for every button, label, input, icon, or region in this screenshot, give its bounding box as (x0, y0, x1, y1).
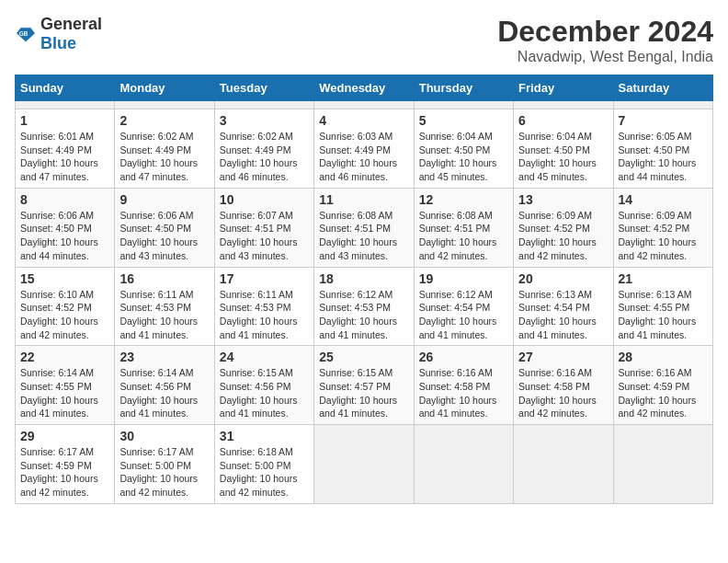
day-number: 18 (319, 271, 408, 286)
day-number: 16 (119, 271, 209, 286)
calendar-cell: 12Sunrise: 6:08 AMSunset: 4:51 PMDayligh… (414, 188, 513, 267)
calendar-cell (314, 101, 414, 109)
calendar-table: Sunday Monday Tuesday Wednesday Thursday… (15, 75, 713, 504)
day-info: Sunrise: 6:18 AMSunset: 5:00 PMDaylight:… (220, 446, 298, 498)
col-tuesday: Tuesday (214, 75, 313, 101)
calendar-cell: 20Sunrise: 6:13 AMSunset: 4:54 PMDayligh… (514, 267, 613, 346)
calendar-cell: 13Sunrise: 6:09 AMSunset: 4:52 PMDayligh… (514, 188, 613, 267)
day-number: 14 (619, 192, 708, 207)
day-number: 15 (20, 271, 109, 286)
calendar-cell: 28Sunrise: 6:16 AMSunset: 4:59 PMDayligh… (613, 346, 712, 425)
day-info: Sunrise: 6:08 AMSunset: 4:51 PMDaylight:… (319, 210, 397, 261)
calendar-week-row: 1Sunrise: 6:01 AMSunset: 4:49 PMDaylight… (16, 109, 713, 189)
calendar-cell (414, 425, 513, 504)
day-info: Sunrise: 6:16 AMSunset: 4:59 PMDaylight:… (619, 367, 697, 419)
calendar-cell: 15Sunrise: 6:10 AMSunset: 4:52 PMDayligh… (16, 267, 115, 346)
day-number: 21 (619, 271, 708, 286)
calendar-cell (314, 425, 414, 504)
header: GB General Blue December 2024 Navadwip, … (15, 15, 713, 65)
calendar-cell (214, 101, 313, 109)
day-info: Sunrise: 6:17 AMSunset: 5:00 PMDaylight:… (119, 446, 198, 498)
logo-blue-text: Blue (40, 34, 76, 52)
day-number: 8 (20, 192, 109, 207)
day-number: 9 (119, 192, 209, 207)
day-number: 25 (319, 350, 408, 364)
calendar-week-row: 8Sunrise: 6:06 AMSunset: 4:50 PMDaylight… (16, 188, 713, 267)
day-number: 13 (518, 192, 608, 207)
calendar-cell: 8Sunrise: 6:06 AMSunset: 4:50 PMDaylight… (16, 188, 115, 267)
logo-icon: GB (15, 23, 37, 45)
calendar-cell: 17Sunrise: 6:11 AMSunset: 4:53 PMDayligh… (214, 267, 313, 346)
calendar-cell: 30Sunrise: 6:17 AMSunset: 5:00 PMDayligh… (115, 425, 214, 504)
day-number: 10 (220, 192, 309, 207)
day-info: Sunrise: 6:05 AMSunset: 4:50 PMDaylight:… (619, 131, 697, 182)
day-info: Sunrise: 6:16 AMSunset: 4:58 PMDaylight:… (419, 367, 497, 419)
calendar-cell (514, 425, 613, 504)
calendar-header-row: Sunday Monday Tuesday Wednesday Thursday… (16, 75, 713, 101)
day-info: Sunrise: 6:03 AMSunset: 4:49 PMDaylight:… (319, 131, 397, 182)
day-info: Sunrise: 6:04 AMSunset: 4:50 PMDaylight:… (518, 131, 597, 182)
day-number: 28 (619, 350, 708, 364)
calendar-cell: 7Sunrise: 6:05 AMSunset: 4:50 PMDaylight… (613, 109, 712, 189)
calendar-cell: 2Sunrise: 6:02 AMSunset: 4:49 PMDaylight… (115, 109, 214, 189)
subtitle: Navadwip, West Bengal, India (497, 49, 713, 65)
day-info: Sunrise: 6:10 AMSunset: 4:52 PMDaylight:… (20, 289, 98, 340)
calendar-cell: 3Sunrise: 6:02 AMSunset: 4:49 PMDaylight… (214, 109, 313, 189)
calendar-cell: 10Sunrise: 6:07 AMSunset: 4:51 PMDayligh… (214, 188, 313, 267)
day-number: 2 (119, 113, 209, 128)
calendar-cell: 9Sunrise: 6:06 AMSunset: 4:50 PMDaylight… (115, 188, 214, 267)
calendar-cell (115, 101, 214, 109)
col-sunday: Sunday (16, 75, 115, 101)
day-number: 27 (518, 350, 608, 364)
day-number: 23 (119, 350, 209, 364)
day-number: 20 (518, 271, 608, 286)
calendar-cell: 31Sunrise: 6:18 AMSunset: 5:00 PMDayligh… (214, 425, 313, 504)
calendar-cell: 29Sunrise: 6:17 AMSunset: 4:59 PMDayligh… (16, 425, 115, 504)
logo-general-text: General (40, 15, 102, 33)
day-number: 1 (20, 113, 109, 128)
calendar-cell (613, 425, 712, 504)
calendar-cell: 4Sunrise: 6:03 AMSunset: 4:49 PMDaylight… (314, 109, 414, 189)
col-monday: Monday (115, 75, 214, 101)
main-title: December 2024 (497, 15, 713, 49)
calendar-cell: 22Sunrise: 6:14 AMSunset: 4:55 PMDayligh… (16, 346, 115, 425)
calendar-cell: 5Sunrise: 6:04 AMSunset: 4:50 PMDaylight… (414, 109, 513, 189)
calendar-cell: 23Sunrise: 6:14 AMSunset: 4:56 PMDayligh… (115, 346, 214, 425)
day-number: 3 (220, 113, 309, 128)
calendar-week-row: 15Sunrise: 6:10 AMSunset: 4:52 PMDayligh… (16, 267, 713, 346)
title-area: December 2024 Navadwip, West Bengal, Ind… (497, 15, 713, 65)
calendar-cell (414, 101, 513, 109)
day-info: Sunrise: 6:09 AMSunset: 4:52 PMDaylight:… (619, 210, 697, 261)
day-number: 17 (220, 271, 309, 286)
day-number: 26 (419, 350, 508, 364)
day-info: Sunrise: 6:14 AMSunset: 4:55 PMDaylight:… (20, 367, 98, 419)
day-number: 19 (419, 271, 508, 286)
day-info: Sunrise: 6:15 AMSunset: 4:57 PMDaylight:… (319, 367, 397, 419)
day-number: 7 (619, 113, 708, 128)
day-info: Sunrise: 6:04 AMSunset: 4:50 PMDaylight:… (419, 131, 497, 182)
day-number: 12 (419, 192, 508, 207)
calendar-cell: 19Sunrise: 6:12 AMSunset: 4:54 PMDayligh… (414, 267, 513, 346)
day-number: 4 (319, 113, 408, 128)
day-info: Sunrise: 6:14 AMSunset: 4:56 PMDaylight:… (119, 367, 198, 419)
day-info: Sunrise: 6:13 AMSunset: 4:54 PMDaylight:… (518, 289, 597, 340)
calendar-cell: 16Sunrise: 6:11 AMSunset: 4:53 PMDayligh… (115, 267, 214, 346)
day-info: Sunrise: 6:16 AMSunset: 4:58 PMDaylight:… (518, 367, 597, 419)
day-number: 22 (20, 350, 109, 364)
calendar-cell: 18Sunrise: 6:12 AMSunset: 4:53 PMDayligh… (314, 267, 414, 346)
calendar-cell: 11Sunrise: 6:08 AMSunset: 4:51 PMDayligh… (314, 188, 414, 267)
day-info: Sunrise: 6:07 AMSunset: 4:51 PMDaylight:… (220, 210, 298, 261)
calendar-cell: 6Sunrise: 6:04 AMSunset: 4:50 PMDaylight… (514, 109, 613, 189)
day-info: Sunrise: 6:17 AMSunset: 4:59 PMDaylight:… (20, 446, 98, 498)
day-number: 24 (220, 350, 309, 364)
day-number: 31 (220, 429, 309, 443)
calendar-cell: 1Sunrise: 6:01 AMSunset: 4:49 PMDaylight… (16, 109, 115, 189)
calendar-cell: 26Sunrise: 6:16 AMSunset: 4:58 PMDayligh… (414, 346, 513, 425)
day-info: Sunrise: 6:11 AMSunset: 4:53 PMDaylight:… (119, 289, 198, 340)
calendar-week-row (16, 101, 713, 109)
logo: GB General Blue (15, 15, 102, 53)
day-info: Sunrise: 6:12 AMSunset: 4:54 PMDaylight:… (419, 289, 497, 340)
day-info: Sunrise: 6:06 AMSunset: 4:50 PMDaylight:… (20, 210, 98, 261)
day-info: Sunrise: 6:12 AMSunset: 4:53 PMDaylight:… (319, 289, 397, 340)
day-number: 11 (319, 192, 408, 207)
